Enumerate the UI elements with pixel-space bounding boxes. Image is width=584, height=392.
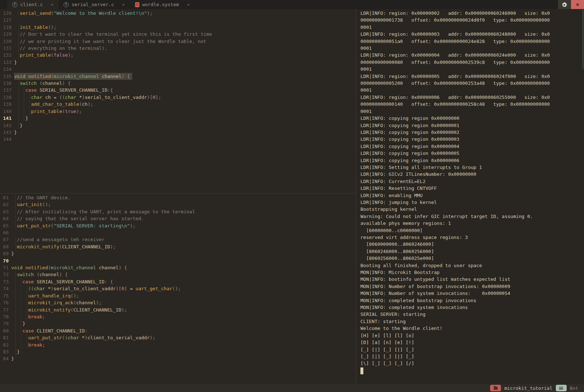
- tab-close-icon[interactable]: ×: [187, 2, 190, 7]
- indent-guide: [24, 94, 24, 101]
- code-token: ((: [62, 335, 68, 340]
- code-line[interactable]: 139add_char_to_table(ch);: [0, 101, 356, 108]
- terminal-line: LDR|INFO: CurrentEL=EL2: [360, 178, 584, 185]
- code-line[interactable]: 127: [0, 17, 356, 23]
- code-line[interactable]: 61// the UART device.: [0, 194, 356, 201]
- indent-guide: [30, 94, 30, 101]
- tab-wordle-system[interactable]: wordle.system ×: [130, 0, 195, 9]
- code-line[interactable]: 143}: [0, 129, 356, 136]
- code-token: // saying that the serial server has sta…: [17, 216, 144, 221]
- code-token: );: [150, 335, 155, 340]
- indent-guide: [16, 299, 16, 306]
- code-line[interactable]: 68microkit_notify(CLIENT_CHANNEL_ID);: [0, 243, 356, 250]
- code-line[interactable]: 72switch (channel) {: [0, 271, 356, 278]
- tab-close-icon[interactable]: ×: [51, 2, 54, 7]
- indent-guide: [21, 320, 21, 327]
- code-token: );: [147, 10, 153, 16]
- line-number: 138: [0, 94, 12, 101]
- code-line[interactable]: 144: [0, 136, 356, 143]
- code-line[interactable]: 79}: [0, 320, 356, 327]
- terminal-line: CLIENT: starting: [360, 318, 584, 325]
- indent-guide: [18, 94, 19, 101]
- editor-pane-client[interactable]: 126serial_send("Welcome to the Wordle cl…: [0, 9, 356, 193]
- terminal-pane[interactable]: LDR|INFO: region: 0x00000002 addr: 0x000…: [356, 9, 584, 384]
- c-file-icon: C: [12, 2, 17, 7]
- code-line[interactable]: 75uart_handle_irq();: [0, 292, 356, 299]
- editor-pane-serial-server[interactable]: 61// the UART device.62uart_init();63// …: [0, 193, 356, 384]
- code-token: ();: [48, 25, 56, 30]
- code-line[interactable]: 83}: [0, 348, 356, 355]
- code-line[interactable]: 73case SERIAL_SERVER_CHANNEL_ID: {: [0, 278, 356, 285]
- indent-guide: [27, 306, 27, 313]
- tab-client-c[interactable]: C client.c ×: [7, 0, 59, 9]
- code-line[interactable]: 129// Don't want to clear the terminal y…: [0, 31, 356, 38]
- line-number: 68: [0, 243, 9, 250]
- code-line[interactable]: 137case SERIAL_SERVER_CHANNEL_ID:{: [0, 87, 356, 93]
- indent-guide: [27, 285, 27, 292]
- terminal-line: LDR|INFO: region: 0x00000003 addr: 0x000…: [360, 31, 584, 38]
- code-line[interactable]: 128init_table();: [0, 24, 356, 31]
- terminal-line: SERIAL SERVER: starting: [360, 311, 584, 318]
- code-line[interactable]: 67//send a messageto teh receiver: [0, 236, 356, 243]
- code-line[interactable]: 132print_table(false);: [0, 52, 356, 58]
- code-line[interactable]: 140print_table(true);: [0, 108, 356, 115]
- indent-guide: [18, 52, 19, 58]
- line-number: 126: [0, 10, 12, 17]
- code-line[interactable]: 71void notified(microkit_channel channel…: [0, 264, 356, 271]
- code-line[interactable]: 66: [0, 229, 356, 236]
- terminal-line: LDR|INFO: copying region 0x00000003: [360, 136, 584, 143]
- code-token: }: [20, 123, 23, 128]
- code-line[interactable]: 138char ch = ((char *)serial_to_client_v…: [0, 94, 356, 101]
- code-line[interactable]: 76microkit_irq_ack(channel);: [0, 299, 356, 306]
- code-line[interactable]: 77microkit_notify(CLIENT_CHANNEL_ID);: [0, 306, 356, 313]
- code-line[interactable]: 141}: [0, 115, 356, 122]
- code-line[interactable]: 134: [0, 66, 356, 73]
- code-line[interactable]: 81uart_put_str((char *)client_to_serial_…: [0, 334, 356, 341]
- code-line[interactable]: 82break;: [0, 341, 356, 348]
- toggle-visibility-button[interactable]: [558, 0, 571, 9]
- terminal-scrollbar[interactable]: [582, 10, 584, 69]
- code-line[interactable]: 131// everything on the terminal).: [0, 45, 356, 52]
- app-window: { "colors": { "background": "#2a2622", "…: [0, 0, 584, 392]
- code-token: =: [127, 286, 135, 291]
- code-line[interactable]: 133}: [0, 59, 356, 66]
- code-line[interactable]: 64// saying that the serial server has s…: [0, 215, 356, 222]
- terminal-line: 0001: [360, 66, 584, 73]
- main-area: 126serial_send("Welcome to the Wordle cl…: [0, 9, 584, 384]
- code-line[interactable]: 130// we are printing it (we want to cle…: [0, 38, 356, 45]
- code-line[interactable]: 74((char *)serial_to_client_vaddr)[0] = …: [0, 285, 356, 292]
- indent-guide: [27, 334, 27, 341]
- indent-guide: [16, 320, 16, 327]
- indent-guide: [16, 194, 16, 201]
- indent-guide: [18, 10, 19, 17]
- terminal-line: 0001: [360, 45, 584, 52]
- code-line[interactable]: 70: [0, 257, 356, 264]
- code-token: char: [65, 95, 76, 100]
- code-line[interactable]: 63// After initialising the UART, print …: [0, 208, 356, 215]
- terminal-line: available phys memory regions: 1: [360, 220, 584, 227]
- code-line[interactable]: 84}: [0, 355, 356, 362]
- code-token: }: [22, 321, 25, 326]
- code-line[interactable]: 136switch (channel) {: [0, 80, 356, 87]
- code-line[interactable]: 78break;: [0, 313, 356, 320]
- code-token: :{: [107, 87, 113, 93]
- code-token: print_table: [20, 52, 51, 58]
- code-line[interactable]: 135void notified(microkit_channel channe…: [0, 73, 356, 80]
- code-line[interactable]: 65uart_put_str("SERIAL SERVER: starting\…: [0, 222, 356, 229]
- tab-serial-server-c[interactable]: C serial_server.c ×: [59, 0, 130, 9]
- code-line[interactable]: 62uart_init();: [0, 201, 356, 208]
- code-token: channel: [99, 74, 122, 79]
- code-line[interactable]: 69}: [0, 250, 356, 257]
- code-token: // After initialising the UART, print a …: [17, 209, 195, 214]
- code-line[interactable]: 80case CLIENT_CHANNEL_ID:: [0, 327, 356, 334]
- indent-guide: [27, 313, 27, 320]
- close-window-button[interactable]: ×: [571, 0, 584, 9]
- terminal-line: [8060000000..8060246000]: [360, 241, 584, 248]
- terminal-line: 000000000000140 offset: 0x0000000000258c…: [360, 101, 584, 108]
- terminal-line: 0001: [360, 24, 584, 31]
- tab-close-icon[interactable]: ×: [122, 2, 125, 7]
- indent-guide: [16, 334, 16, 341]
- code-line[interactable]: 126serial_send("Welcome to the Wordle cl…: [0, 10, 356, 17]
- code-line[interactable]: 142}: [0, 122, 356, 129]
- code-token: print_table: [31, 109, 62, 114]
